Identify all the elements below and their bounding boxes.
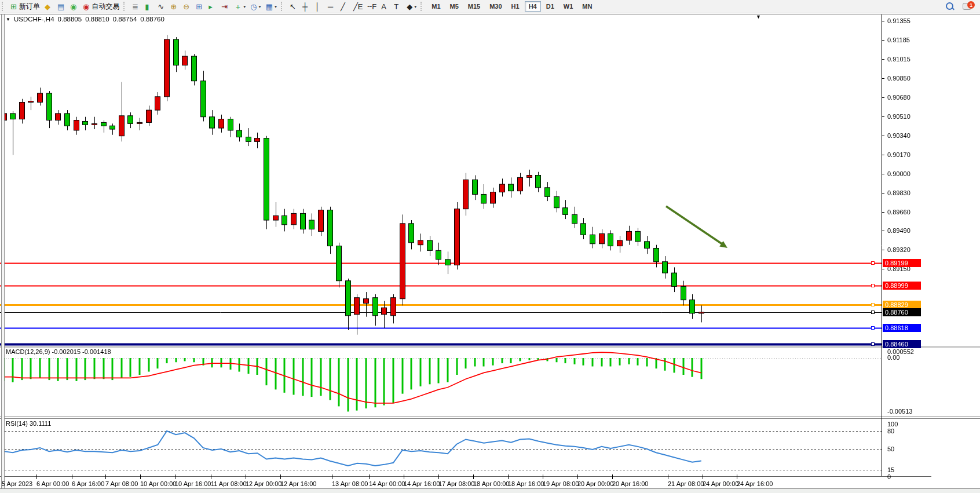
line-price-label: 0.88460 — [883, 340, 921, 348]
chart-tools-group: ≣▮∿⊕⊖⊞▸⇥＋▾◷▾▦▾ — [130, 0, 279, 13]
chart-shift-button[interactable]: ⇥ — [219, 1, 232, 12]
chevron-down-icon[interactable]: ▾ — [414, 4, 416, 9]
timeframe-group: M1M5M15M30H1H4D1W1MN — [427, 0, 597, 13]
horizontal-line-button[interactable]: ─ — [326, 1, 338, 12]
zoom-out-button[interactable]: ⊖ — [181, 1, 193, 12]
templates-button[interactable]: ▦▾ — [264, 1, 279, 12]
navigator-button[interactable]: ▤ — [55, 1, 68, 12]
timeframe-w1[interactable]: W1 — [560, 1, 577, 12]
date-label: 5 Apr 2023 — [2, 480, 32, 487]
chart-shift-icon: ⇥ — [221, 3, 228, 10]
timeframe-h4[interactable]: H4 — [525, 1, 541, 12]
tile-windows-button[interactable]: ⊞ — [193, 1, 206, 12]
objects-group: ↖┼│─╱╱E╌FAT◆▾ — [287, 0, 419, 13]
price-tick-label: 0.91185 — [887, 36, 910, 43]
date-label: 13 Apr 08:00 — [332, 480, 368, 487]
new-order-button-label: 新订单 — [19, 2, 40, 12]
date-label: 24 Apr 16:00 — [737, 480, 773, 487]
text-label-button[interactable]: T — [392, 1, 404, 12]
market-watch-button[interactable]: ◆ — [42, 1, 55, 12]
rsi-level-label: 80 — [887, 428, 894, 434]
chevron-down-icon[interactable]: ▾ — [275, 4, 277, 9]
zoom-out-icon: ⊖ — [183, 3, 189, 10]
chart-shift-marker-icon[interactable]: ▼ — [756, 14, 761, 20]
notification-badge: 1 — [967, 1, 975, 9]
equidistant-channel-button[interactable]: ╱E — [351, 1, 365, 12]
indicators-button[interactable]: ＋▾ — [232, 1, 248, 12]
signals-icon: ◉ — [70, 3, 76, 10]
timeframe-m5[interactable]: M5 — [446, 1, 463, 12]
autotrading-button[interactable]: ◉自动交易 — [81, 1, 122, 12]
price-tick-label: 0.90000 — [887, 170, 910, 177]
signals-button[interactable]: ◉ — [68, 1, 81, 12]
date-label: 21 Apr 08:00 — [668, 480, 704, 487]
price-tick-label: 0.90680 — [887, 94, 910, 101]
fibonacci-button[interactable]: ╌F — [365, 1, 379, 12]
date-label: 7 Apr 08:00 — [105, 480, 138, 487]
chevron-down-icon[interactable]: ▾ — [259, 4, 261, 9]
ohlc-high: 0.88810 — [85, 16, 109, 23]
line-chart-button[interactable]: ∿ — [155, 1, 168, 12]
toolbar-grip — [281, 2, 284, 11]
arrows-button[interactable]: ◆▾ — [404, 1, 419, 12]
mt4-chart-window: ⊞新订单◆▤◉◉自动交易≣▮∿⊕⊖⊞▸⇥＋▾◷▾▦▾↖┼│─╱╱E╌FAT◆▾M… — [0, 0, 980, 493]
line-price-label: 0.88829 — [883, 301, 921, 309]
crosshair-button[interactable]: ┼ — [300, 1, 313, 12]
timeframe-m15[interactable]: M15 — [464, 1, 484, 12]
symbol-title: USDCHF-,H4 — [14, 16, 54, 23]
text-icon: A — [381, 3, 386, 10]
auto-scroll-button[interactable]: ▸ — [206, 1, 219, 12]
date-label: 17 Apr 08:00 — [438, 480, 474, 487]
timeframe-h1[interactable]: H1 — [507, 1, 524, 12]
timeframe-d1[interactable]: D1 — [542, 1, 558, 12]
chart-collapse-icon[interactable]: ▼ — [6, 17, 10, 22]
equidistant-channel-icon: ╱E — [353, 3, 363, 10]
candlestick-button[interactable]: ▮ — [142, 1, 155, 12]
arrows-icon: ◆ — [407, 3, 412, 10]
cursor-button[interactable]: ↖ — [287, 1, 300, 12]
vertical-line-icon: │ — [315, 3, 320, 10]
autotrading-button-label: 自动交易 — [92, 2, 119, 12]
market-watch-icon: ◆ — [45, 3, 50, 10]
date-label: 20 Apr 00:00 — [577, 480, 613, 487]
indicators-icon: ＋ — [234, 3, 242, 10]
bar-chart-button[interactable]: ≣ — [130, 1, 142, 12]
price-tick-label: 0.91355 — [887, 17, 910, 24]
text-button[interactable]: A — [379, 1, 392, 12]
date-label: 18 Apr 16:00 — [508, 480, 544, 487]
bar-chart-icon: ≣ — [132, 3, 138, 10]
notifications-button[interactable]: 1 — [963, 1, 975, 12]
date-label: 6 Apr 00:00 — [36, 480, 69, 487]
timeframe-m30[interactable]: M30 — [485, 1, 506, 12]
date-label: 11 Apr 08:00 — [211, 480, 247, 487]
search-icon[interactable] — [945, 2, 955, 11]
ohlc-close: 0.88760 — [140, 16, 164, 23]
vertical-line-button[interactable]: │ — [313, 1, 326, 12]
toolbar-grip — [420, 2, 424, 11]
horizontal-line-icon: ─ — [328, 3, 333, 10]
price-tick-label: 0.91015 — [887, 56, 910, 63]
chevron-down-icon[interactable]: ▾ — [243, 4, 246, 9]
price-chart-canvas[interactable] — [0, 0, 980, 493]
trendline-button[interactable]: ╱ — [338, 1, 351, 12]
new-order-button[interactable]: ⊞新订单 — [8, 1, 42, 12]
date-label: 10 Apr 16:00 — [175, 480, 211, 487]
date-label: 6 Apr 16:00 — [72, 480, 104, 487]
line-price-label: 0.89199 — [883, 259, 921, 267]
price-tick-label: 0.90850 — [887, 75, 910, 82]
date-label: 19 Apr 08:00 — [543, 480, 579, 487]
line-chart-icon: ∿ — [158, 3, 164, 10]
periods-button[interactable]: ◷▾ — [248, 1, 263, 12]
zoom-in-icon: ⊕ — [170, 3, 177, 10]
macd-min-label: -0.00513 — [887, 408, 912, 415]
timeframe-mn[interactable]: MN — [578, 1, 596, 12]
rsi-level-label: 0 — [887, 473, 891, 480]
autotrading-icon: ◉ — [83, 3, 89, 10]
price-tick-label: 0.89490 — [887, 227, 910, 234]
trendline-icon: ╱ — [341, 3, 345, 10]
timeframe-m1[interactable]: M1 — [427, 1, 444, 12]
navigator-icon: ▤ — [57, 3, 64, 10]
date-label: 14 Apr 16:00 — [404, 480, 440, 487]
zoom-in-button[interactable]: ⊕ — [168, 1, 181, 12]
chart-top-border — [0, 14, 980, 14]
